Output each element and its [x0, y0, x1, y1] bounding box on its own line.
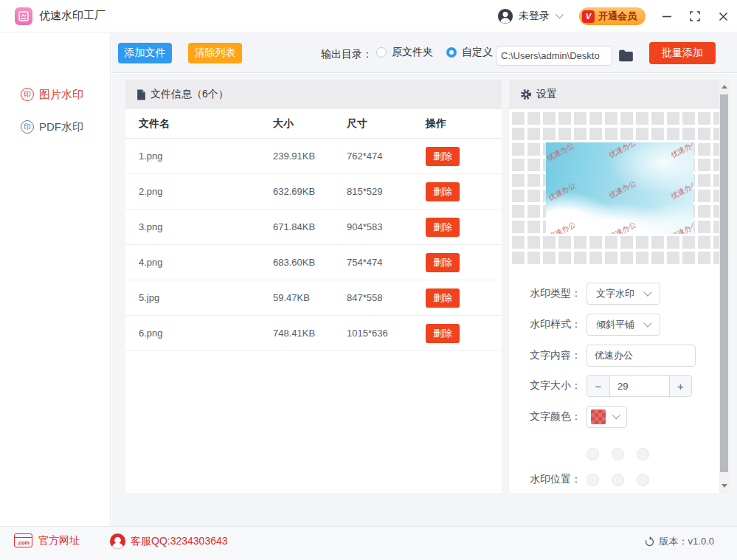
watermark-text: 优速办公: [547, 180, 578, 203]
refresh-icon[interactable]: [644, 536, 655, 547]
vip-upgrade-button[interactable]: V 开通会员: [579, 7, 646, 25]
gear-icon: [520, 89, 532, 100]
batch-add-button[interactable]: 批量添加: [649, 42, 716, 64]
file-size: 671.84KB: [273, 221, 347, 232]
delete-button[interactable]: 删除: [426, 253, 460, 272]
support-qq-label: 客服QQ:3234303643: [131, 535, 228, 548]
close-icon: [719, 12, 728, 21]
titlebar: 优速水印工厂 未登录 V 开通会员: [0, 0, 737, 32]
login-menu[interactable]: 未登录: [497, 8, 561, 24]
sidebar-item-image-watermark[interactable]: 印 图片水印: [21, 85, 110, 104]
app-title: 优速水印工厂: [39, 9, 105, 23]
col-filename: 文件名: [125, 117, 273, 131]
watermark-text: 优速办公: [669, 219, 693, 234]
stamp-icon: 印: [21, 88, 34, 101]
file-list-panel: 文件信息（6个） 文件名 大小 尺寸 操作 1.png 239.91KB 762…: [125, 80, 502, 493]
radio-custom-folder-label[interactable]: 自定义: [462, 46, 493, 59]
file-size: 59.47KB: [273, 292, 347, 303]
text-content-label: 文字内容：: [509, 349, 581, 362]
minimize-button[interactable]: [653, 0, 681, 32]
position-option[interactable]: [612, 448, 624, 460]
position-option[interactable]: [587, 474, 599, 486]
color-swatch: [591, 409, 606, 424]
radio-original-folder-label[interactable]: 原文件夹: [392, 46, 433, 59]
add-file-button[interactable]: 添加文件: [118, 43, 172, 63]
vip-label: 开通会员: [598, 10, 637, 23]
vip-badge-icon: V: [582, 10, 595, 23]
watermark-text: 优速办公: [546, 142, 576, 164]
watermark-style-select[interactable]: 倾斜平铺: [587, 314, 660, 336]
col-action: 操作: [426, 117, 502, 131]
chevron-down-icon: [643, 288, 651, 296]
watermark-type-select[interactable]: 文字水印: [587, 283, 660, 305]
maximize-icon: [690, 11, 700, 21]
radio-original-folder[interactable]: [376, 47, 387, 58]
table-row: 6.png 748.41KB 1015*636 删除: [125, 316, 502, 351]
watermark-type-value: 文字水印: [596, 287, 634, 300]
watermark-text: 优速办公: [607, 178, 638, 201]
col-dimensions: 尺寸: [347, 117, 426, 131]
output-dir-label: 输出目录：: [321, 48, 373, 61]
watermark-type-label: 水印类型：: [509, 287, 581, 300]
footer: .com 官方网址 客服QQ:3234303643 版本：v1.0.0: [0, 526, 737, 560]
chevron-down-icon: [556, 10, 564, 18]
position-option[interactable]: [587, 448, 599, 460]
text-content-input[interactable]: [587, 345, 696, 367]
clear-list-button[interactable]: 清除列表: [188, 43, 242, 63]
chevron-down-icon: [643, 319, 651, 327]
size-increase-button[interactable]: +: [669, 376, 691, 396]
delete-button[interactable]: 删除: [426, 147, 460, 166]
website-icon: .com: [14, 533, 32, 547]
website-label: 官方网址: [38, 534, 80, 547]
file-panel-header: 文件信息（6个）: [125, 80, 502, 109]
login-label: 未登录: [519, 10, 550, 23]
file-name: 2.png: [125, 186, 273, 197]
watermark-style-value: 倾斜平铺: [596, 318, 634, 331]
settings-scrollbar[interactable]: [719, 80, 729, 493]
radio-custom-folder[interactable]: [446, 47, 457, 58]
official-website-link[interactable]: .com 官方网址: [14, 533, 80, 547]
file-name: 6.png: [125, 328, 273, 339]
scroll-up-icon[interactable]: [722, 85, 727, 89]
maximize-button[interactable]: [681, 0, 709, 32]
position-option[interactable]: [612, 474, 624, 486]
delete-button[interactable]: 删除: [426, 218, 460, 237]
support-qq-link[interactable]: 客服QQ:3234303643: [109, 533, 228, 550]
close-button[interactable]: [709, 0, 737, 32]
position-option[interactable]: [637, 448, 649, 460]
app-logo-icon: [15, 7, 32, 25]
position-option[interactable]: [637, 474, 649, 486]
file-dimensions: 1015*636: [347, 328, 426, 339]
stamp-icon: 印: [21, 120, 34, 134]
file-panel-title: 文件信息（6个）: [150, 88, 229, 101]
file-name: 5.jpg: [125, 292, 273, 303]
file-size: 748.41KB: [273, 328, 347, 339]
scroll-down-icon[interactable]: [722, 484, 727, 488]
delete-button[interactable]: 删除: [426, 182, 460, 201]
text-color-picker[interactable]: [587, 406, 627, 428]
table-row: 4.png 683.60KB 754*474 删除: [125, 245, 502, 280]
customer-service-icon: [109, 533, 126, 550]
delete-button[interactable]: 删除: [426, 288, 460, 308]
size-decrease-button[interactable]: −: [587, 376, 610, 396]
watermark-style-label: 水印样式：: [509, 318, 581, 331]
watermark-text: 优速办公: [607, 142, 638, 161]
version-label: 版本：v1.0.0: [660, 535, 714, 548]
version-info: 版本：v1.0.0: [644, 535, 714, 548]
user-icon: [497, 8, 513, 24]
table-header-row: 文件名 大小 尺寸 操作: [125, 109, 502, 139]
scrollbar-thumb[interactable]: [720, 94, 728, 472]
table-row: 2.png 632.69KB 815*529 删除: [125, 174, 502, 210]
preview-image: 优速办公 优速办公 优速办公 优速办公 优速办公 优速办公 优速办公 优速办公 …: [546, 142, 693, 234]
text-color-label: 文字颜色：: [509, 410, 581, 424]
minimize-icon: [662, 11, 672, 21]
file-dimensions: 754*474: [347, 257, 426, 268]
file-dimensions: 904*583: [347, 221, 426, 232]
text-size-value[interactable]: 29: [610, 376, 669, 396]
delete-button[interactable]: 删除: [426, 324, 460, 343]
sidebar-item-pdf-watermark[interactable]: 印 PDF水印: [21, 117, 110, 136]
text-size-stepper: − 29 +: [587, 375, 692, 397]
folder-browse-icon[interactable]: [618, 49, 634, 65]
file-name: 1.png: [125, 151, 273, 162]
output-path-input[interactable]: [496, 46, 612, 66]
